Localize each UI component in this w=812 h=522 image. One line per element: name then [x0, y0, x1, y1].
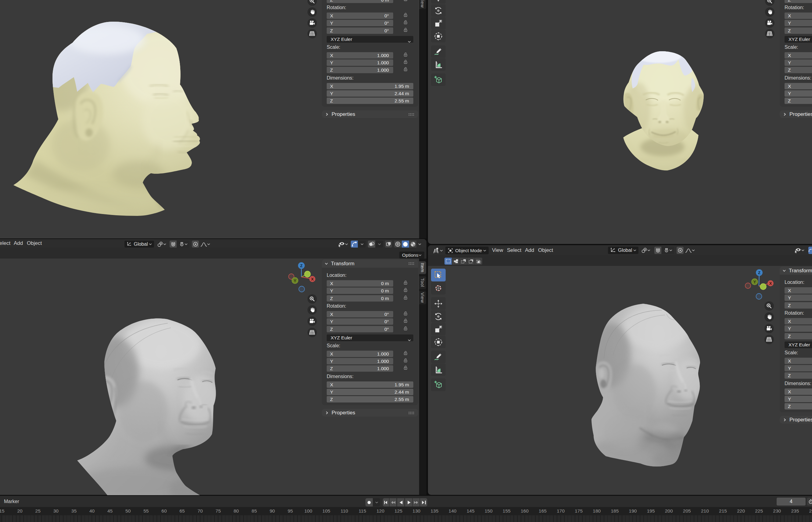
svg-text:Y: Y	[294, 278, 297, 283]
svg-text:X: X	[311, 277, 314, 281]
svg-text:Z: Z	[758, 270, 760, 275]
svg-text:Y: Y	[753, 280, 756, 284]
svg-text:X: X	[769, 281, 772, 286]
svg-text:Z: Z	[300, 263, 303, 268]
